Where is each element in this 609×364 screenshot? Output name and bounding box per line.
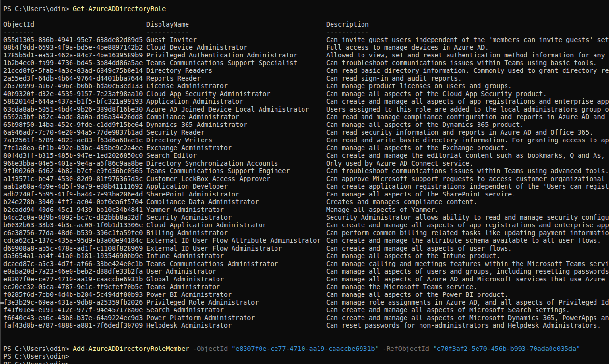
displayname-cell: Search Administrator [146, 307, 326, 314]
blank-line [3, 13, 609, 21]
displayname-cell: Security Administrator [146, 214, 326, 222]
description-cell: Only used by Azure AD Connect service. [326, 160, 473, 168]
displayname-cell: Directory Readers [146, 67, 326, 75]
displayname-cell: Teams Communications Support Engineer [146, 168, 326, 175]
description-cell: Can read and manage compliance configura… [326, 113, 609, 121]
command-line-get-role: PS C:\Users\odin> Get-AzureADDirectoryRo… [3, 5, 609, 13]
displayname-cell: Helpdesk Administrator [146, 322, 326, 330]
table-row: d69908a8-ab5c-478a-ad1f-c1108f828969Exte… [3, 245, 609, 252]
description-cell: Can read sign-in and audit reports. [326, 75, 462, 83]
objectid-cell: f6640c43-ea6c-43b8-b37e-64a9224ec9d3 [3, 314, 146, 322]
displayname-cell: Billing Administrator [146, 229, 326, 237]
objectid-cell: cdca62c1-137c-435a-95d9-b3a00e94184c [3, 237, 146, 245]
displayname-cell: Cloud Device Administrator [146, 44, 326, 52]
displayname-cell: External ID User Flow Attribute Administ… [146, 237, 326, 245]
displayname-cell: Teams Administrator [146, 283, 326, 291]
prompt-label: PS C:\Users\odin> [3, 5, 69, 13]
description-cell: Can create and manage all aspects of Mic… [326, 307, 570, 314]
objectid-cell: a1f3571c-be47-4530-82d9-81f976367d3c [3, 175, 146, 183]
header-objectid: ObjectId [3, 21, 146, 28]
objectid-cell: adb2740f-5b95-41f9-ba44-7e93ba206e4d [3, 191, 146, 198]
displayname-cell: Guest Inviter [146, 36, 326, 44]
refobjectid-parameter: -RefObjectId [383, 345, 429, 352]
description-cell: Can manage product licenses on users and… [326, 83, 512, 90]
terminal-content: PS C:\Users\odin> Get-AzureADDirectoryRo… [3, 5, 609, 364]
objectid-cell: f41f01e4-e191-412c-977f-94e457178a0e [3, 307, 146, 314]
objectid-cell: 9f100260-6d62-4b82-b7cf-e9fd36bc0565 [3, 168, 146, 175]
objectid-cell: dcaed87c-a5c3-4d7f-af66-33be424e0c1b [3, 260, 146, 268]
description-cell: Can create and manage all aspects of app… [326, 98, 609, 106]
description-cell: Manage all aspects of Yammer. [326, 206, 438, 214]
displayname-cell: Global Administrator [146, 276, 326, 283]
description-cell: Can create application registrations ind… [326, 183, 609, 191]
underline-description: ----------- [326, 28, 369, 36]
displayname-cell: Security Reader [146, 129, 326, 137]
table-row: 65b98f50-14ba-452c-9fde-c1dd9f15be64Dyna… [3, 121, 609, 129]
description-cell: Can manage role assignments in Azure AD,… [326, 299, 609, 307]
table-row: faf43d8b-e787-4888-a881-7f6dedf30709Help… [3, 322, 609, 330]
table-row: b2cadd94-40d6-45c1-9439-bb10c34b4841Yamm… [3, 206, 609, 214]
description-cell: Can manage the Microsoft Teams service. [326, 283, 477, 291]
displayname-cell: Application Developer [146, 183, 326, 191]
prompt-line-cut-off: PS C:\Users\odin> [3, 361, 609, 364]
objectid-cell: f0285f6d-7cb0-4d4b-b284-5c494df80b93 [3, 291, 146, 299]
objectid-cell: 5882014d-644a-437a-b1f5-bfc321a99193 [3, 98, 146, 106]
description-cell: Can reset passwords for non-administrato… [326, 322, 601, 330]
table-row: 9f100260-6d62-4b82-b7cf-e9fd36bc0565Team… [3, 168, 609, 175]
objectid-cell: 21dcd8f6-5fab-4a3c-83ad-6849c75b8e14 [3, 67, 146, 75]
displayname-cell: Privileged Role Administrator [146, 299, 326, 307]
objectid-cell: b2cadd94-40d6-45c1-9439-bb10c34b4841 [3, 206, 146, 214]
blank-line [3, 337, 609, 345]
objectid-cell: d69908a8-ab5c-478a-ad1f-c1108f828969 [3, 245, 146, 252]
header-description: Description [326, 21, 369, 28]
prompt-line[interactable]: PS C:\Users\odin> [3, 353, 609, 361]
window-left-border [0, 0, 1, 364]
description-cell: Can create and manage the editorial cont… [326, 152, 609, 160]
objectid-cell: 7a12561f-5789-4823-ae83-f63d6a60ae1e [3, 137, 146, 144]
description-cell: Can manage all aspects of the Intune pro… [326, 252, 500, 260]
prompt-label: PS C:\Users\odin> [3, 353, 69, 360]
description-cell: Can create and manage all aspects of use… [326, 245, 512, 252]
displayname-cell: Teams Communications Administrator [146, 260, 326, 268]
displayname-cell: Teams Communications Support Specialist [146, 59, 326, 67]
table-row: a1f3571c-be47-4530-82d9-81f976367d3cCust… [3, 175, 609, 183]
objectid-cell: e0aba20d-7a23-46e0-beb2-d88dfe33b2fa [3, 268, 146, 276]
description-cell: Can manage all aspects of users and grou… [326, 268, 609, 276]
objectid-cell: 7fd1a8ea-6f1b-492e-b3bc-435be9c2a4ee [3, 144, 146, 152]
table-row: b24e278b-3040-4ff7-ac04-0bf0ea6f5704Comp… [3, 198, 609, 206]
displayname-cell: Compliance Data Administrator [146, 198, 326, 206]
objectid-cell: e8307f0e-ce77-4710-aa19-caaccbe6931b [3, 276, 146, 283]
header-displayname: DisplayName [146, 21, 326, 28]
powershell-terminal[interactable]: PS C:\Users\odin> Get-AzureADDirectoryRo… [0, 0, 609, 364]
table-row: 1b2b4ec0-fa99-4736-bd45-3b84dd86a5aeTeam… [3, 59, 609, 67]
displayname-cell: Search Editor [146, 152, 326, 160]
displayname-cell: Customer LockBox Access Approver [146, 175, 326, 183]
command-line-add-member: PS C:\Users\odin> Add-AzureADDirectoryRo… [3, 345, 609, 353]
underline-objectid: -------- [3, 28, 146, 36]
description-cell: Users assigned to this role are added to… [326, 106, 609, 113]
displayname-cell: Yammer Administrator [146, 206, 326, 214]
description-cell: Can read and write basic directory infor… [326, 137, 609, 144]
objectid-cell: 65b98f50-14ba-452c-9fde-c1dd9f15be64 [3, 121, 146, 129]
displayname-cell: Application Administrator [146, 98, 326, 106]
objectid-cell: b24e278b-3040-4ff7-ac04-0bf0ea6f5704 [3, 198, 146, 206]
description-cell: Security Administrator allows ability to… [326, 214, 609, 222]
space [69, 345, 73, 352]
objectid-cell: f3e3b29c-69ea-431a-9db8-a25359fb2026 [3, 299, 146, 307]
objectid-cell: 1b2b4ec0-fa99-4736-bd45-3b84dd86a5ae [3, 59, 146, 67]
table-row: 80f4d3ff-b315-485b-947e-1ed2026850c0Sear… [3, 152, 609, 160]
description-cell: Can create and manage the attribute sche… [326, 237, 601, 245]
table-header-row: ObjectIdDisplayNameDescription [3, 21, 609, 28]
objectid-cell: 055d1305-886b-4941-95e7-638de82d89d5 [3, 36, 146, 44]
displayname-cell: Dynamics 365 Administrator [146, 121, 326, 129]
objectid-cell: 80f4d3ff-b315-485b-947e-1ed2026850c0 [3, 152, 146, 160]
displayname-cell: Power BI Administrator [146, 291, 326, 299]
objectid-cell: 6592a3bf-b82c-4add-8a0a-dd6a34426dd8 [3, 113, 146, 121]
table-row: adb2740f-5b95-41f9-ba44-7e93ba206e4dShar… [3, 191, 609, 198]
table-underline-row: ------------------------------ [3, 28, 609, 36]
table-row: f3e3b29c-69ea-431a-9db8-a25359fb2026Priv… [3, 299, 609, 307]
description-cell: Can approve Microsoft support requests t… [326, 175, 609, 183]
objectid-cell: ec20cc32-05ca-4787-9e1c-ff9cfef70b5c [3, 283, 146, 291]
description-cell: Can invite guest users independent of th… [326, 36, 609, 44]
table-row: dcaed87c-a5c3-4d7f-af66-33be424e0c1bTeam… [3, 260, 609, 268]
